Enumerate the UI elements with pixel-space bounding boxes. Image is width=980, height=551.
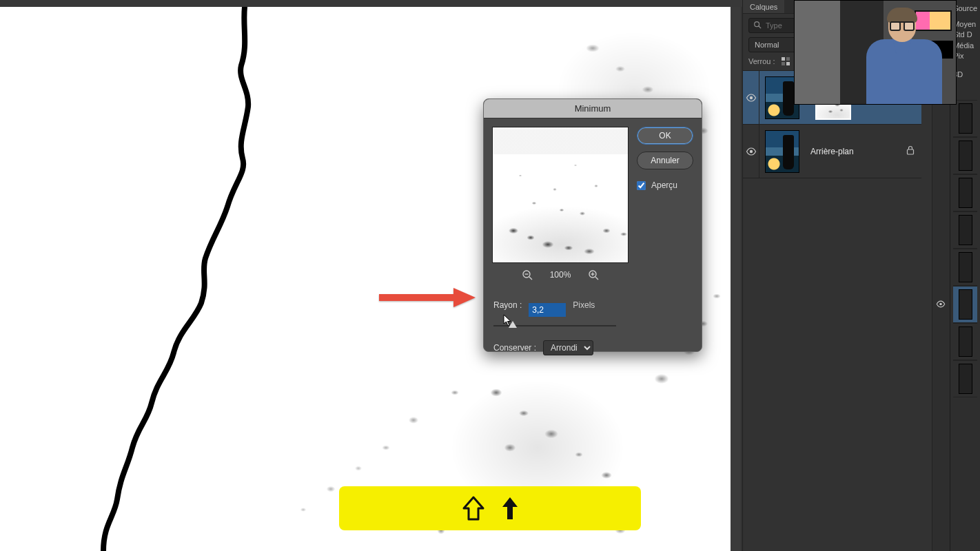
preview-checkbox[interactable] (637, 181, 646, 190)
preserve-select[interactable]: Arrondi (543, 340, 593, 355)
threeD-label: 3D (953, 70, 977, 79)
cancel-button[interactable]: Annuler (637, 152, 693, 169)
mini-thumbnail (959, 178, 972, 208)
canvas-scrollbar[interactable] (731, 7, 741, 551)
webcam-overlay (794, 0, 957, 105)
svg-line-1 (529, 277, 532, 280)
mini-layer-row[interactable] (953, 100, 977, 137)
up-arrow-key-icon (500, 495, 520, 522)
layer-visibility-toggle[interactable] (743, 71, 759, 124)
zoom-out-button[interactable] (521, 269, 533, 281)
tab-layers[interactable]: Calques (743, 0, 784, 13)
radius-label: Rayon : (493, 300, 522, 310)
radius-input[interactable] (529, 303, 566, 317)
source-label: Source (953, 4, 977, 13)
mini-thumbnail (959, 215, 972, 245)
mini-thumbnail (959, 326, 972, 357)
mini-layer-row[interactable] (953, 211, 977, 249)
annotation-arrow-icon (379, 288, 476, 307)
svg-rect-12 (786, 57, 790, 61)
webcam-person (826, 8, 930, 104)
layer-visibility-toggle[interactable] (743, 125, 759, 178)
search-icon (753, 21, 762, 31)
mini-layer-row[interactable] (953, 174, 977, 211)
preserve-label: Conserver : (493, 343, 536, 353)
dialog-title[interactable]: Minimum (484, 99, 702, 118)
mini-layer-row[interactable] (953, 360, 977, 397)
layer-thumbnail[interactable] (765, 130, 799, 173)
mini-layer-row[interactable] (953, 249, 977, 286)
lock-label: Verrou : (748, 57, 775, 65)
layer-row[interactable]: Arrière-plan (743, 125, 921, 178)
svg-line-4 (595, 277, 598, 280)
mini-layer-row[interactable] (953, 137, 977, 174)
svg-rect-14 (786, 62, 790, 65)
svg-rect-17 (908, 149, 914, 154)
shift-key-icon (460, 495, 487, 522)
eye-icon[interactable] (936, 300, 946, 309)
keypress-indicator (339, 486, 641, 530)
preview-checkbox-row[interactable]: Aperçu (637, 180, 693, 190)
svg-marker-8 (453, 288, 476, 307)
mini-layer-row[interactable] (953, 323, 977, 360)
svg-rect-7 (379, 294, 453, 301)
svg-point-21 (939, 302, 942, 305)
stat-moyen: Moyen (953, 20, 977, 29)
zoom-percent: 100% (550, 270, 571, 280)
mini-thumbnail (959, 103, 972, 134)
mini-thumbnail (959, 141, 972, 171)
secondary-layers-list (953, 100, 977, 397)
lock-pixels-icon[interactable] (781, 56, 790, 66)
mini-thumbnail (959, 289, 972, 320)
ok-button[interactable]: OK (637, 127, 693, 145)
svg-rect-13 (782, 62, 785, 65)
svg-rect-11 (782, 57, 785, 61)
radius-unit: Pixels (573, 300, 595, 310)
mini-thumbnail (959, 252, 972, 282)
preview-checkbox-label: Aperçu (651, 180, 677, 190)
stat-pix: Pix (953, 52, 977, 61)
svg-point-15 (749, 96, 752, 98)
mini-thumbnail (959, 364, 972, 394)
blend-mode-label: Normal (755, 41, 779, 49)
zoom-in-button[interactable] (587, 269, 600, 281)
stat-std: Std D (953, 30, 977, 39)
layer-name[interactable]: Arrière-plan (810, 147, 906, 156)
svg-line-10 (759, 25, 761, 28)
svg-point-16 (749, 149, 752, 152)
stat-median: Média (953, 41, 977, 50)
svg-point-9 (755, 21, 759, 26)
filter-dialog-minimum: Minimum 100% OK Annuler Aperçu (483, 98, 702, 352)
mini-layer-row[interactable] (953, 286, 977, 323)
lock-icon (906, 145, 915, 157)
filter-preview[interactable] (492, 127, 629, 263)
mouse-cursor (503, 314, 513, 326)
